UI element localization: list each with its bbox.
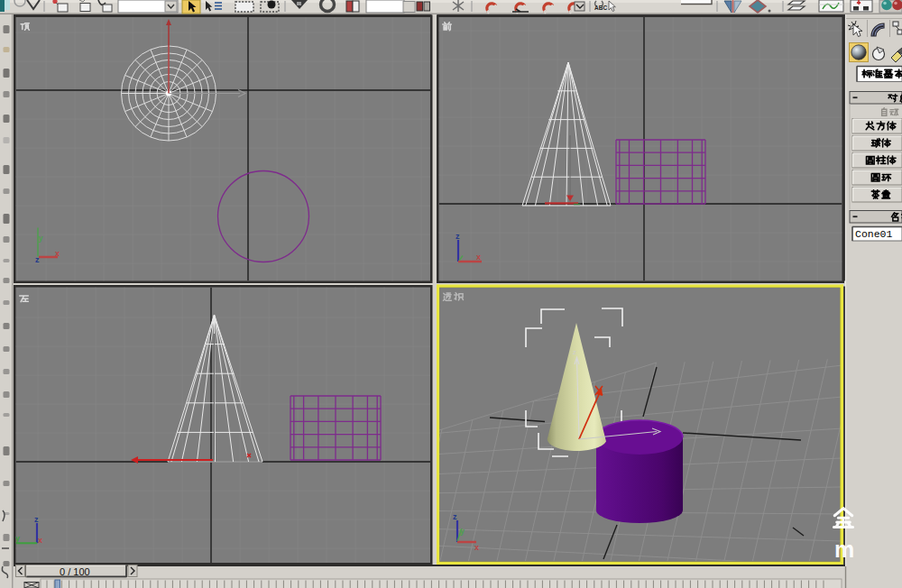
- svg-text:z: z: [34, 515, 39, 524]
- svg-text:z: z: [573, 348, 576, 356]
- svg-text:x: x: [55, 249, 60, 258]
- svg-text:x: x: [474, 543, 479, 552]
- svg-text:z: z: [456, 232, 460, 241]
- svg-text:y: y: [39, 234, 43, 243]
- svg-text:z: z: [453, 512, 457, 521]
- svg-text:y: y: [460, 527, 465, 536]
- svg-text:x: x: [38, 536, 42, 545]
- svg-text:y: y: [15, 534, 20, 543]
- svg-text:m: m: [834, 537, 854, 562]
- svg-text:ABC: ABC: [594, 5, 607, 11]
- svg-text:x: x: [476, 253, 481, 262]
- svg-text:Cone01: Cone01: [855, 228, 893, 240]
- svg-text:z: z: [35, 255, 40, 264]
- svg-text:0 / 100: 0 / 100: [60, 566, 90, 577]
